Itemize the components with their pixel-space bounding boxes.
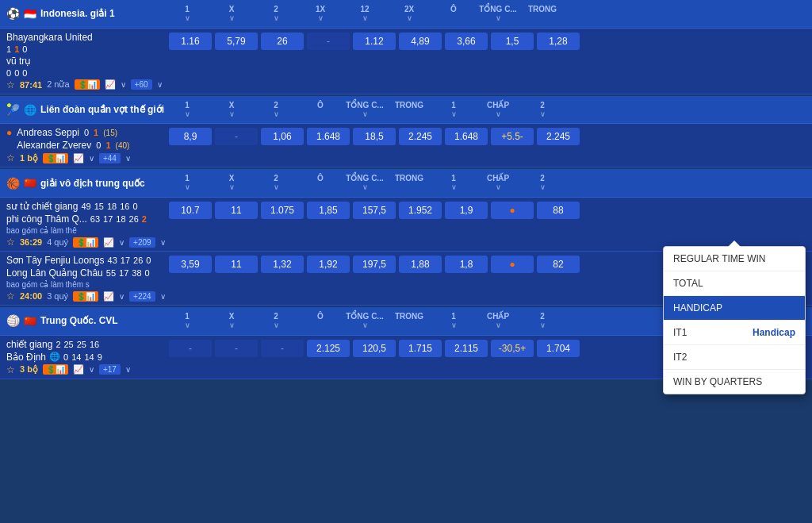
odd-5[interactable]: 1.12 — [353, 33, 396, 50]
odd-3[interactable]: 26 — [261, 33, 304, 50]
chart-icon-tennis[interactable]: 📈 — [73, 153, 84, 163]
odd-tennis-1[interactable]: 8,9 — [169, 128, 212, 145]
plus-badge-tennis[interactable]: +44 — [99, 153, 121, 163]
match-period-suzhi: 4 quý — [47, 237, 68, 247]
odd-cvl-6[interactable]: 1.715 — [399, 340, 442, 357]
odds-type-dropdown: REGULAR TIME WIN TOTAL HANDICAP IT1 Hand… — [663, 246, 806, 394]
chart-icon-sontay[interactable]: 📈 — [103, 291, 114, 302]
plus-badge-sontay[interactable]: +224 — [129, 291, 155, 302]
chart-icon-cvl[interactable]: 📈 — [73, 364, 84, 375]
tennis-col-headers: 1∨ X∨ 2∨ Ô TỔNG C...∨ TRONG 1∨ CHẤP∨ 2∨ — [165, 100, 806, 120]
score-t1-1: 1 — [6, 44, 11, 54]
col-12: 12∨ — [343, 4, 386, 24]
odd-sontay-6[interactable]: 1,88 — [399, 256, 442, 273]
chart-icon-suzhi[interactable]: 📈 — [103, 237, 114, 248]
odd-sontay-1[interactable]: 3,59 — [169, 256, 212, 273]
match-bhayangkara: Bhayangkara United 1 1 0 vũ trụ 0 0 0 — [0, 29, 812, 94]
odd-sontay-2[interactable]: 11 — [215, 256, 258, 273]
odd-suzhi-6[interactable]: 1.952 — [399, 202, 442, 219]
match-badge-tennis: 💲📊 — [43, 153, 68, 163]
dropdown-suzhi[interactable]: ∨ — [160, 238, 166, 247]
odd-cvl-4[interactable]: 2.125 — [307, 340, 350, 357]
odd-4[interactable]: - — [307, 33, 350, 50]
odd-tennis-2[interactable]: - — [215, 128, 258, 145]
odd-cvl-9[interactable]: 1.704 — [537, 340, 580, 357]
odd-tennis-7[interactable]: 1.648 — [445, 128, 488, 145]
odd-tennis-9[interactable]: 2.245 — [537, 128, 580, 145]
star-icon-suzhi[interactable]: ☆ — [6, 237, 15, 248]
star-icon-sontay[interactable]: ☆ — [6, 290, 15, 302]
odds-tennis: 8,9 - 1,06 1.648 18,5 2.245 1.648 +5.5- … — [168, 127, 806, 146]
odd-sontay-9[interactable]: 82 — [537, 256, 580, 273]
flag-china: 🇨🇳 — [24, 177, 36, 189]
star-icon-tennis[interactable]: ☆ — [6, 152, 15, 163]
odd-suzhi-1[interactable]: 10.7 — [169, 202, 212, 219]
col-tongc: TỔNG C...∨ — [477, 4, 519, 24]
team1-bhayangkara: Bhayangkara United — [6, 32, 165, 43]
odd-tennis-4[interactable]: 1.648 — [307, 128, 350, 145]
tilde-bhayangkara: ∨ — [121, 80, 126, 89]
team2-bhayangkara: vũ trụ — [6, 56, 165, 67]
odd-suzhi-4[interactable]: 1,85 — [307, 202, 350, 219]
odd-suzhi-8[interactable]: ● — [491, 202, 534, 219]
star-icon-cvl[interactable]: ☆ — [6, 364, 15, 375]
odd-suzhi-3[interactable]: 1.075 — [261, 202, 304, 219]
team1-suzhi: sư tử chiết giang — [6, 201, 78, 212]
odd-cvl-1[interactable]: - — [169, 340, 212, 357]
match-period-sontay: 3 quý — [47, 291, 68, 301]
odd-cvl-2[interactable]: - — [215, 340, 258, 357]
odd-cvl-8[interactable]: -30,5+ — [491, 340, 534, 357]
dropdown-sontay[interactable]: ∨ — [160, 292, 166, 301]
league-title-indonesia: ⚽ 🇮🇩 Indonesia. giải 1 — [6, 7, 165, 20]
tennis-icon: 🎾 — [6, 103, 20, 116]
odd-cvl-3[interactable]: - — [261, 340, 304, 357]
odd-7[interactable]: 3,66 — [445, 33, 488, 50]
plus-badge-suzhi[interactable]: +209 — [129, 237, 155, 248]
col-2: 2∨ — [255, 4, 297, 24]
dropdown-cvl[interactable]: ∨ — [125, 365, 131, 374]
odd-suzhi-5[interactable]: 157,5 — [353, 202, 396, 219]
odd-2[interactable]: 5,79 — [215, 33, 258, 50]
dropdown-item-it1[interactable]: IT1 Handicap — [664, 321, 805, 345]
dropdown-item-regular-time-win[interactable]: REGULAR TIME WIN — [664, 247, 805, 271]
odd-cvl-7[interactable]: 2.115 — [445, 340, 488, 357]
dropdown-bhayangkara[interactable]: ∨ — [157, 80, 163, 89]
odd-sontay-8[interactable]: ● — [491, 256, 534, 273]
plus-badge-bhayangkara[interactable]: +60 — [131, 79, 152, 90]
odd-tennis-5[interactable]: 18,5 — [353, 128, 396, 145]
odd-suzhi-2[interactable]: 11 — [215, 202, 258, 219]
dropdown-item-total[interactable]: TOTAL — [664, 271, 805, 296]
odd-8[interactable]: 1,5 — [491, 33, 534, 50]
odd-suzhi-7[interactable]: 1,9 — [445, 202, 488, 219]
odd-cvl-5[interactable]: 120,5 — [353, 340, 396, 357]
odds-suzhi: 10.7 11 1.075 1,85 157,5 1.952 1,9 ● 88 — [168, 201, 806, 220]
plus-badge-cvl[interactable]: +17 — [99, 364, 121, 375]
odd-sontay-3[interactable]: 1,32 — [261, 256, 304, 273]
basketball-icon: 🏀 — [6, 177, 20, 190]
score-t1-2: 1 — [14, 44, 19, 54]
match-badge-sontay: 💲📊 — [73, 291, 98, 302]
team2-suzhi: phi công Thâm Q... — [6, 213, 87, 225]
odd-sontay-7[interactable]: 1,8 — [445, 256, 488, 273]
team3-sontay: bao gồm cả làm thêm s — [6, 280, 165, 289]
team2-sontay: Long Lân Quảng Châu — [6, 267, 103, 279]
odd-sontay-4[interactable]: 1,92 — [307, 256, 350, 273]
soccer-icon: ⚽ — [6, 7, 20, 20]
odd-suzhi-9[interactable]: 88 — [537, 202, 580, 219]
odd-9[interactable]: 1,28 — [537, 33, 580, 50]
dropdown-item-handicap[interactable]: HANDICAP — [664, 296, 805, 321]
dropdown-item-it2[interactable]: IT2 — [664, 345, 805, 370]
odd-tennis-3[interactable]: 1,06 — [261, 128, 304, 145]
odd-tennis-6[interactable]: 2.245 — [399, 128, 442, 145]
team1-tennis: Andreas Seppi — [17, 127, 79, 138]
odd-6[interactable]: 4,89 — [399, 33, 442, 50]
team-col-tennis: ● Andreas Seppi 0 1 (15) ● Alexander Zve… — [6, 127, 165, 151]
dropdown-tennis[interactable]: ∨ — [125, 154, 131, 163]
match-time-tennis: 1 bộ — [20, 153, 38, 163]
odd-1[interactable]: 1.16 — [169, 33, 212, 50]
star-icon-bhayangkara[interactable]: ☆ — [6, 79, 15, 90]
dropdown-item-win-by-quarters[interactable]: WIN BY QUARTERS — [664, 370, 805, 394]
odd-sontay-5[interactable]: 197,5 — [353, 256, 396, 273]
odd-tennis-8[interactable]: +5.5- — [491, 128, 534, 145]
chart-icon-bhayangkara[interactable]: 📈 — [105, 79, 116, 90]
